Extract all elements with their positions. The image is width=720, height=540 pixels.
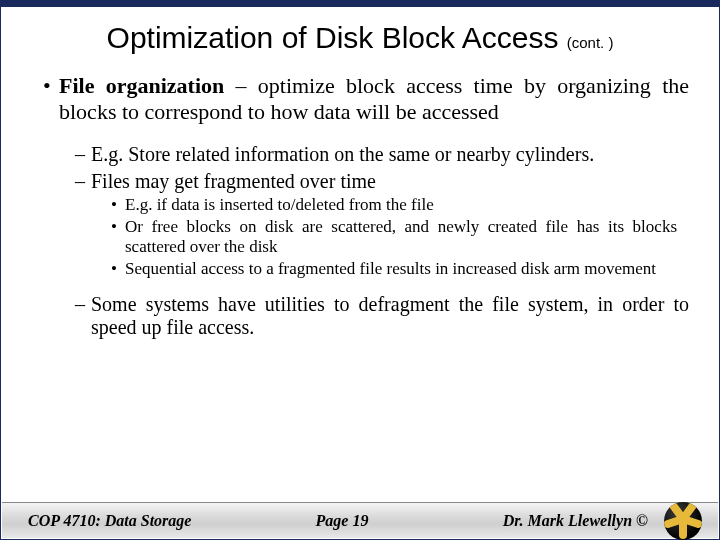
dash-icon: – <box>75 143 91 166</box>
footer-right: Dr. Mark Llewellyn © <box>456 502 702 540</box>
sub-defragment-text: Some systems have utilities to defragmen… <box>91 293 689 338</box>
title-cont: (cont. ) <box>567 34 614 51</box>
term-fragmented: fragmented <box>204 170 295 192</box>
dash-icon: – <box>75 170 91 193</box>
subsub-inserted-deleted-text: E.g. if data is inserted to/deleted from… <box>125 195 434 214</box>
sub-eg-cylinders-text: E.g. Store related information on the sa… <box>91 143 594 165</box>
term-file-organization: File organization <box>59 73 224 98</box>
dash-icon: – <box>75 293 91 316</box>
footer-page: Page 19 <box>316 512 369 530</box>
bullet-dot-icon: • <box>111 217 125 237</box>
slide-content: •File organization – optimize block acce… <box>1 73 719 539</box>
sub-fragmented-pre: Files may get <box>91 170 204 192</box>
subsub-scattered: •Or free blocks on disk are scattered, a… <box>125 217 677 257</box>
slide-title: Optimization of Disk Block Access (cont.… <box>1 21 719 55</box>
bullet-dot-icon: • <box>111 195 125 215</box>
footer-author: Dr. Mark Llewellyn © <box>456 512 656 530</box>
slide: Optimization of Disk Block Access (cont.… <box>0 0 720 540</box>
footer-course: COP 4710: Data Storage <box>28 512 228 530</box>
bullet-dot-icon: • <box>43 73 59 99</box>
top-border <box>1 1 719 7</box>
title-main: Optimization of Disk Block Access <box>107 21 567 54</box>
subsub-sequential-access: •Sequential access to a fragmented file … <box>125 259 677 279</box>
sub-fragmented: –Files may get fragmented over time <box>91 170 689 193</box>
sub-eg-cylinders: –E.g. Store related information on the s… <box>91 143 689 166</box>
footer-bar: COP 4710: Data Storage Page 19 Dr. Mark … <box>2 502 718 538</box>
subsub-sequential-access-text: Sequential access to a fragmented file r… <box>125 259 656 278</box>
sub-fragmented-post: over time <box>295 170 376 192</box>
subsub-inserted-deleted: •E.g. if data is inserted to/deleted fro… <box>125 195 677 215</box>
bullet-dot-icon: • <box>111 259 125 279</box>
bullet-file-organization: •File organization – optimize block acce… <box>59 73 689 125</box>
sub-defragment: –Some systems have utilities to defragme… <box>91 293 689 339</box>
subsub-scattered-text: Or free blocks on disk are scattered, an… <box>125 217 677 256</box>
ucf-logo-icon <box>664 502 702 540</box>
